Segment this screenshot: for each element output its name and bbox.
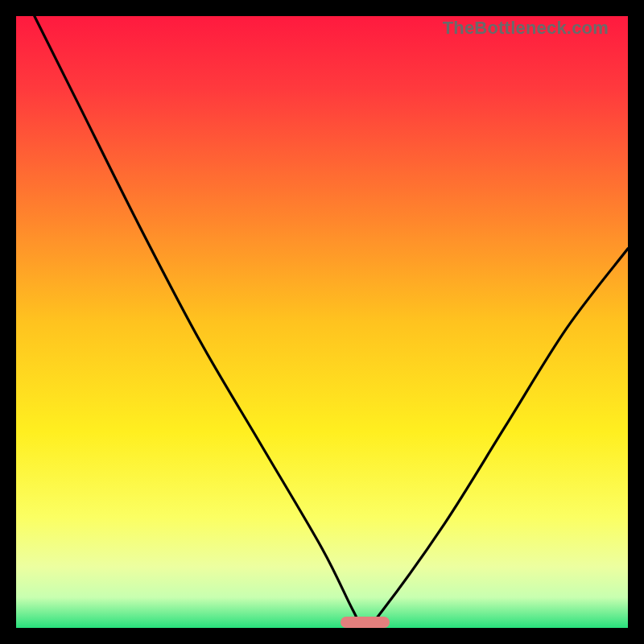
chart-frame: TheBottleneck.com bbox=[16, 16, 628, 628]
optimal-marker bbox=[341, 617, 390, 628]
watermark-label: TheBottleneck.com bbox=[443, 18, 609, 39]
bottleneck-curve bbox=[16, 16, 628, 628]
